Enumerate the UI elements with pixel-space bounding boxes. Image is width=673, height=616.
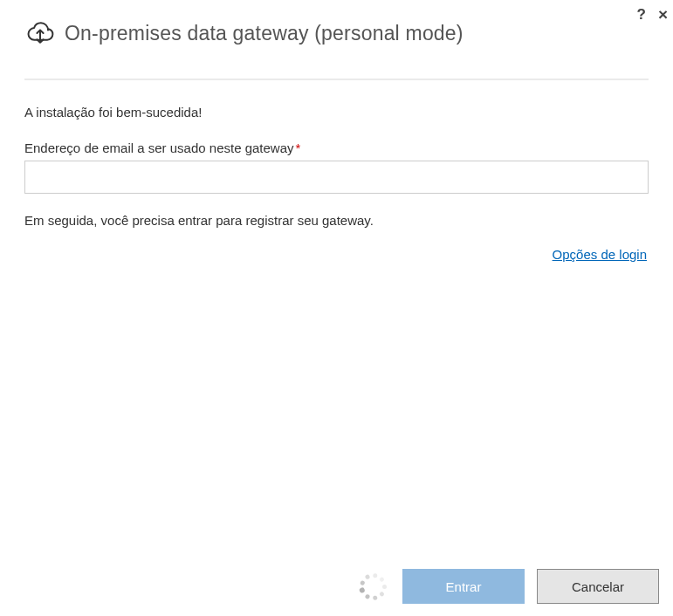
app-title: On-premises data gateway (personal mode) (65, 22, 464, 45)
install-success-message: A instalação foi bem-sucedida! (24, 105, 649, 120)
cancel-button[interactable]: Cancelar (537, 569, 659, 604)
signin-button[interactable]: Entrar (402, 569, 525, 604)
header: On-premises data gateway (personal mode) (0, 0, 673, 47)
close-icon[interactable]: × (658, 5, 668, 24)
email-label-text: Endereço de email a ser usado neste gate… (24, 140, 294, 155)
login-options-link[interactable]: Opções de login (553, 247, 647, 262)
email-label: Endereço de email a ser usado neste gate… (24, 140, 649, 155)
signin-hint: Em seguida, você precisa entrar para reg… (24, 213, 649, 228)
main-content: A instalação foi bem-sucedida! Endereço … (0, 80, 673, 263)
loading-spinner-icon (357, 571, 388, 602)
help-icon[interactable]: ? (637, 6, 646, 24)
footer: Entrar Cancelar (357, 569, 659, 604)
email-field[interactable] (24, 161, 649, 194)
cloud-gateway-icon (24, 19, 56, 47)
required-asterisk: * (296, 140, 301, 155)
